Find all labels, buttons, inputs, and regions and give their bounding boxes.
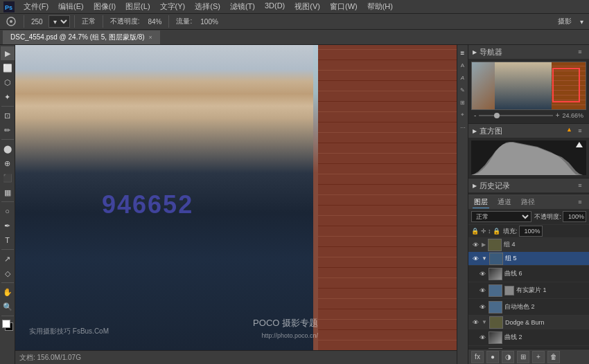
menu-select[interactable]: 选择(S) [191,1,225,12]
history-header[interactable]: ▶ 历史记录 ≡ [468,179,589,192]
right-icon-7[interactable]: ⋯ [458,122,468,132]
layer-adj-btn[interactable]: ◑ [502,351,514,363]
nav-thumb-person [495,62,552,109]
histogram-menu-btn[interactable]: ≡ [575,126,585,136]
layer-curve6[interactable]: 👁 曲线 6 [468,266,589,282]
menu-file[interactable]: 文件(F) [19,1,53,12]
layer-group-btn[interactable]: ⊞ [517,351,529,363]
history-menu-btn[interactable]: ≡ [575,181,585,190]
marquee-tool[interactable]: ⬜ [1,61,15,75]
pen-tool[interactable]: ✒ [1,219,15,233]
layers-menu-btn[interactable]: ≡ [575,197,585,207]
layer-delete-btn[interactable]: 🗑 [547,351,560,363]
nav-thumb-image [471,62,586,110]
layer-vis-g4[interactable]: 👁 [471,241,480,249]
right-icon-3[interactable]: A [458,73,468,82]
history-item-snapshots[interactable]: ▶ 快照 [468,192,589,194]
layer-vis-g5[interactable]: 👁 [471,255,480,263]
layer-curve2[interactable]: 👁 曲线 2 [468,329,589,346]
brush-size-label: 250 [28,17,46,26]
left-toolbar: ▶ ⬜ ⬡ ✦ ⊡ ✏ ⬤ ⊕ ⬛ ▦ ○ ✒ T ↗ ◇ ✋ 🔍 [0,45,15,364]
blend-mode-select[interactable]: 正常 [471,211,531,222]
layer-thumb-a1 [489,284,502,297]
layer-auto2[interactable]: 👁 自动地色 2 [468,299,589,316]
zoom-tool[interactable]: 🔍 [1,300,15,313]
brush-tool[interactable]: ⬤ [1,142,15,156]
layer-arrow-g5: ▼ [482,255,487,262]
layer-mask-btn[interactable]: ● [486,351,499,363]
layer-thumb-a2 [489,301,502,313]
history-title: 历史记录 [480,181,510,191]
layer-vis-db[interactable]: 👁 [471,318,480,327]
layers-tabs: 图层 通道 路径 [473,197,536,208]
layer-vis-c2[interactable]: 👁 [478,334,486,342]
text-tool[interactable]: T [1,233,15,247]
layer-group-4[interactable]: 👁 ▶ 组 4 [468,238,589,252]
stamp-tool[interactable]: ⊕ [1,156,15,170]
menu-layer[interactable]: 图层(L) [121,1,154,12]
right-icon-4[interactable]: ✎ [458,85,468,95]
move-tool[interactable]: ▶ [1,46,15,60]
right-icon-5[interactable]: ⊞ [458,98,468,107]
layer-vis-a2[interactable]: 👁 [478,303,486,311]
layer-vis-c6[interactable]: 👁 [478,270,486,278]
status-doc-info: 文档: 156.0M/1.07G [19,353,81,363]
menu-items: 文件(F) 编辑(E) 图像(I) 图层(L) 文字(Y) 选择(S) 滤镜(T… [19,1,397,12]
navigator-title-group: ▶ 导航器 [473,47,502,57]
opacity-input[interactable] [563,211,586,222]
tool-separator [1,106,14,107]
brush-select[interactable]: ▾ [49,15,70,28]
layer-vis-a1[interactable]: 👁 [478,286,486,295]
zoom-in-icon[interactable]: + [556,111,560,119]
fill-input[interactable] [519,226,543,237]
layer-group-5[interactable]: 👁 ▼ 组 5 [468,252,589,266]
zoom-slider[interactable] [479,115,552,116]
document-tab[interactable]: DSC_4554.psd @ 24.7% (组 5, 图层蒙版/8) × [3,30,160,44]
layer-fx-btn[interactable]: fx [471,351,484,363]
histogram-icons: ▲ ≡ [566,126,585,136]
canvas-area: 946652 POCO 摄影专题 http://photo.poco.cn/ 实… [15,45,457,364]
layer-adj1[interactable]: 👁 有实蒙片 1 [468,282,589,299]
tab-close-btn[interactable]: × [149,34,152,41]
eyedropper-tool[interactable]: ✏ [1,123,15,137]
zoom-out-icon[interactable]: - [474,111,476,119]
crop-tool[interactable]: ⊡ [1,109,15,122]
path-select-tool[interactable]: ↗ [1,252,15,266]
nav-view-rect[interactable] [552,68,580,102]
menu-text[interactable]: 文字(Y) [156,1,190,12]
layer-group-db[interactable]: 👁 ▼ Dodge & Burn [468,316,589,329]
app-logo: Ps [3,1,15,13]
menu-window[interactable]: 窗口(W) [326,1,362,12]
navigator-header[interactable]: ▶ 导航器 ≡ [468,45,589,59]
right-icon-6[interactable]: ⌖ [458,110,468,120]
magic-wand-tool[interactable]: ✦ [1,90,15,104]
color-tool[interactable] [1,318,15,332]
menu-3d[interactable]: 3D(D) [261,1,289,12]
layer-name-a1: 有实蒙片 1 [516,286,586,295]
tool-separator2 [1,139,14,140]
layer-new-btn[interactable]: + [532,351,545,363]
menu-image[interactable]: 图像(I) [89,1,120,12]
menu-edit[interactable]: 编辑(E) [54,1,88,12]
layers-panel: 图层 通道 路径 ≡ 正常 不透明度: 🔒 ✛ ↕ 🔒 填充: [468,194,589,364]
menu-help[interactable]: 帮助(H) [363,1,397,12]
navigator-menu-btn[interactable]: ≡ [575,47,585,57]
hand-tool[interactable]: ✋ [1,285,15,299]
menu-filter[interactable]: 滤镜(T) [226,1,259,12]
zoom-percent: 24.66% [562,112,583,119]
shape-tool[interactable]: ◇ [1,266,15,280]
toolbar-separator [24,15,24,28]
layers-tab-paths[interactable]: 路径 [520,197,536,208]
right-icon-2[interactable]: A [458,60,468,70]
layer-arrow-db: ▼ [482,319,487,325]
lasso-tool[interactable]: ⬡ [1,75,15,89]
histogram-header[interactable]: ▶ 直方图 ▲ ≡ [468,124,589,138]
layers-tab-layers[interactable]: 图层 [473,197,489,208]
dodge-tool[interactable]: ○ [1,204,15,218]
menu-view[interactable]: 视图(V) [290,1,324,12]
gradient-tool[interactable]: ▦ [1,185,15,199]
layer-mask-a1 [504,286,514,295]
eraser-tool[interactable]: ⬛ [1,171,15,185]
right-icon-1[interactable]: ≡ [458,48,468,57]
layers-tab-channels[interactable]: 通道 [496,197,513,208]
